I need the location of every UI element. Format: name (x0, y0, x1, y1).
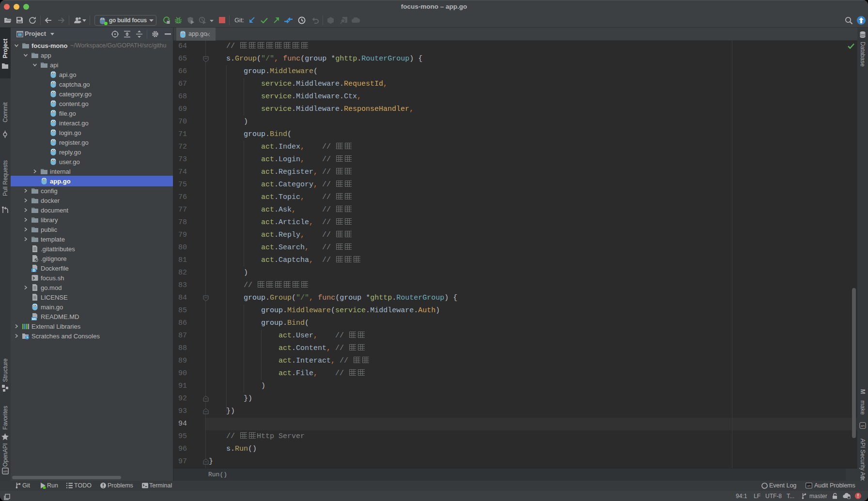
svg-text:MD: MD (32, 318, 37, 320)
svg-text:API: API (807, 485, 810, 487)
svg-text:API: API (3, 470, 8, 473)
svg-text:API: API (861, 425, 865, 427)
svg-text:D: D (33, 269, 35, 272)
